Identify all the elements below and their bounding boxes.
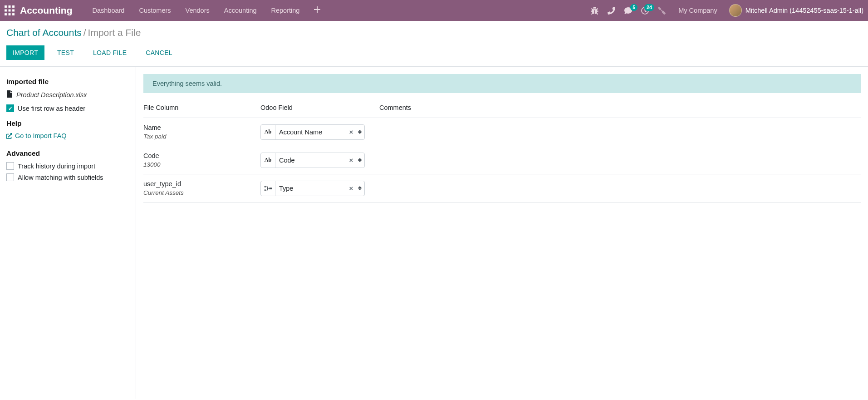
file-column-preview: Tax paid (143, 133, 260, 140)
activities-badge: 24 (644, 4, 654, 11)
plus-icon[interactable] (307, 6, 328, 15)
svg-rect-2 (12, 5, 15, 8)
mapping-row: user_type_idCurrent AssetsType× (143, 174, 861, 202)
odoo-field-select[interactable]: AbAccount Name× (260, 124, 365, 140)
app-brand[interactable]: Accounting (20, 5, 73, 16)
track-history-checkbox[interactable] (6, 162, 14, 170)
file-column-preview: Current Assets (143, 189, 260, 196)
content-area: Imported file Product Description.xlsx ✓… (0, 67, 868, 399)
odoo-field-select[interactable]: AbCode× (260, 153, 365, 168)
menu-customers[interactable]: Customers (132, 7, 178, 14)
breadcrumb-parent[interactable]: Chart of Accounts (6, 27, 82, 38)
menu-vendors[interactable]: Vendors (178, 7, 217, 14)
company-switcher[interactable]: My Company (670, 7, 725, 14)
settings-icon[interactable] (653, 7, 670, 15)
phone-icon[interactable] (603, 7, 620, 15)
file-row: Product Description.xlsx (6, 90, 129, 99)
svg-rect-1 (9, 5, 11, 8)
dropdown-caret-icon[interactable] (355, 125, 364, 139)
clear-icon[interactable]: × (347, 153, 355, 168)
svg-rect-5 (12, 10, 15, 12)
advanced-heading: Advanced (6, 149, 129, 158)
field-type-icon: Ab (261, 125, 275, 139)
menu-accounting[interactable]: Accounting (217, 7, 264, 14)
file-column-name: Name (143, 124, 260, 131)
field-select-value[interactable]: Code (275, 153, 347, 168)
external-link-icon (6, 133, 12, 139)
svg-rect-6 (5, 13, 7, 15)
svg-rect-11 (269, 188, 272, 189)
first-row-header-checkbox[interactable]: ✓ (6, 104, 14, 112)
allow-subfields-checkbox[interactable] (6, 173, 14, 181)
field-type-icon: Ab (261, 153, 275, 168)
allow-subfields-label: Allow matching with subfields (18, 174, 103, 181)
activities-icon[interactable]: 24 (637, 7, 653, 15)
imported-file-heading: Imported file (6, 78, 129, 86)
mapping-row: Code13000AbCode× (143, 146, 861, 174)
test-button[interactable]: TEST (51, 45, 80, 60)
dropdown-caret-icon[interactable] (355, 153, 364, 168)
menu-dashboard[interactable]: Dashboard (85, 7, 132, 14)
svg-rect-3 (5, 10, 7, 12)
help-heading: Help (6, 119, 129, 128)
allow-subfields-option: Allow matching with subfields (6, 173, 129, 181)
username: Mitchell Admin (14452455-saas-15-1-all) (745, 7, 863, 14)
cancel-button[interactable]: CANCEL (139, 45, 179, 60)
file-column-name: user_type_id (143, 180, 260, 188)
file-column-name: Code (143, 152, 260, 159)
clear-icon[interactable]: × (347, 181, 355, 196)
breadcrumb-separator: / (82, 27, 88, 38)
svg-rect-4 (9, 10, 11, 12)
validation-alert: Everything seems valid. (143, 74, 861, 93)
header-file-column: File Column (143, 104, 260, 111)
header-odoo-field: Odoo Field (260, 104, 379, 111)
field-type-icon (261, 181, 275, 196)
breadcrumb-current: Import a File (88, 27, 141, 38)
breadcrumb-row: Chart of Accounts/Import a File (0, 21, 868, 41)
avatar (729, 4, 742, 17)
messages-icon[interactable]: 5 (620, 7, 637, 15)
mapping-row: NameTax paidAbAccount Name× (143, 118, 861, 146)
mapping-header-row: File Column Odoo Field Comments (143, 100, 861, 118)
svg-rect-0 (5, 5, 7, 8)
main-panel: Everything seems valid. File Column Odoo… (136, 67, 868, 399)
file-column-preview: 13000 (143, 161, 260, 168)
svg-point-9 (264, 186, 265, 187)
svg-point-10 (264, 189, 265, 191)
field-select-value[interactable]: Type (275, 181, 347, 196)
sidebar: Imported file Product Description.xlsx ✓… (0, 67, 136, 399)
first-row-header-label: Use first row as header (18, 105, 85, 112)
header-comments: Comments (379, 104, 861, 111)
user-menu[interactable]: Mitchell Admin (14452455-saas-15-1-all) (726, 4, 863, 17)
import-faq-link-label: Go to Import FAQ (15, 132, 67, 139)
clear-icon[interactable]: × (347, 125, 355, 139)
svg-rect-8 (12, 13, 15, 15)
track-history-label: Track history during import (18, 163, 95, 170)
file-icon (6, 90, 13, 99)
action-buttons: IMPORT TEST LOAD FILE CANCEL (0, 41, 868, 67)
menu-reporting[interactable]: Reporting (264, 7, 307, 14)
top-navbar: Accounting Dashboard Customers Vendors A… (0, 0, 868, 21)
first-row-header-option: ✓ Use first row as header (6, 104, 129, 112)
filename: Product Description.xlsx (16, 91, 87, 99)
import-faq-link[interactable]: Go to Import FAQ (6, 132, 67, 139)
debug-icon[interactable] (586, 7, 603, 15)
track-history-option: Track history during import (6, 162, 129, 170)
breadcrumb: Chart of Accounts/Import a File (6, 27, 862, 38)
odoo-field-select[interactable]: Type× (260, 181, 365, 196)
dropdown-caret-icon[interactable] (355, 181, 364, 196)
import-button[interactable]: IMPORT (6, 45, 44, 60)
field-select-value[interactable]: Account Name (275, 125, 347, 139)
load-file-button[interactable]: LOAD FILE (87, 45, 133, 60)
apps-icon[interactable] (5, 5, 15, 15)
svg-rect-7 (9, 13, 11, 15)
